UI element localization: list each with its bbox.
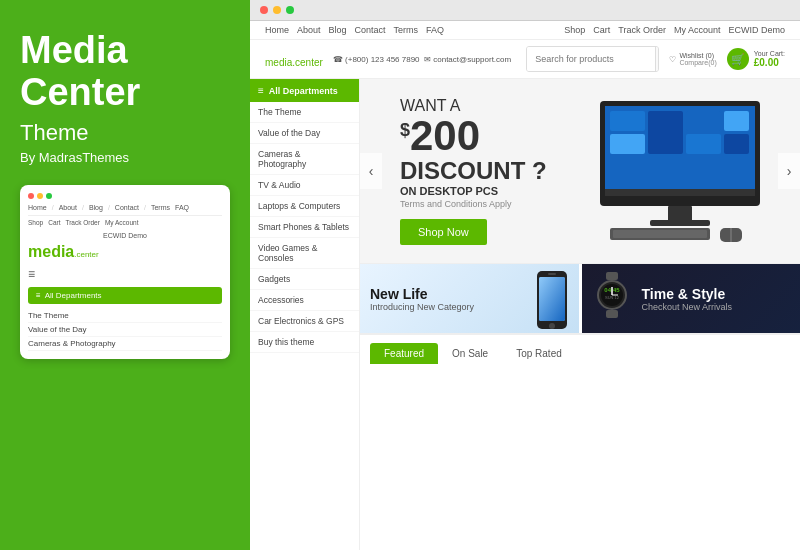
mobile-nav-home: Home	[28, 204, 47, 211]
dept-item-tv[interactable]: TV & Audio	[250, 175, 359, 196]
content-area: ‹ WANT A $200 DISCOUNT ? ON DESKTOP PCS …	[360, 79, 800, 550]
dept-item-value[interactable]: Value of the Day	[250, 123, 359, 144]
watch-svg: 04:45 SUN 12	[592, 270, 632, 320]
mobile-dept-item: Value of the Day	[28, 323, 222, 337]
browser-dot-green[interactable]	[286, 6, 294, 14]
dept-item-video-games[interactable]: Video Games & Consoles	[250, 238, 359, 269]
svg-rect-23	[606, 272, 618, 280]
svg-rect-22	[548, 273, 556, 275]
banner-time-style-title: Time & Style	[642, 286, 733, 302]
nav-shop[interactable]: Shop	[564, 25, 585, 35]
dept-item-the-theme[interactable]: The Theme	[250, 102, 359, 123]
cart-area[interactable]: 🛒 Your Cart: £0.00	[727, 48, 785, 70]
banner-time-style[interactable]: 04:45 SUN 12 Time & Style Checkout New A…	[582, 264, 801, 333]
browser-dot-red[interactable]	[260, 6, 268, 14]
svg-rect-10	[610, 158, 750, 190]
svg-rect-15	[613, 230, 707, 238]
slider-amount: $200	[400, 115, 560, 157]
nav-terms[interactable]: Terms	[394, 25, 419, 35]
browser-chrome	[250, 0, 800, 21]
search-input[interactable]	[527, 47, 655, 71]
menu-icon: ≡	[258, 85, 264, 96]
mobile-nav-about: About	[59, 204, 77, 211]
nav-ecwid-demo[interactable]: ECWID Demo	[728, 25, 785, 35]
mobile-preview: Home / About / Blog / Contact / Terms FA…	[20, 185, 230, 359]
banner-watch-image: 04:45 SUN 12	[592, 270, 632, 327]
svg-rect-9	[724, 134, 749, 154]
cart-icon: 🛒	[727, 48, 749, 70]
nav-contact[interactable]: Contact	[355, 25, 386, 35]
slider-on-desktop: ON DESKTOP PCS	[400, 185, 560, 197]
hero-slider: ‹ WANT A $200 DISCOUNT ? ON DESKTOP PCS …	[360, 79, 800, 264]
slider-prev-button[interactable]: ‹	[360, 153, 382, 189]
svg-rect-7	[686, 134, 721, 154]
svg-point-21	[549, 323, 555, 329]
svg-rect-13	[650, 220, 710, 226]
slider-dollar: $	[400, 121, 410, 139]
dept-item-car[interactable]: Car Electronics & GPS	[250, 311, 359, 332]
banner-right-text: Time & Style Checkout New Arrivals	[642, 286, 733, 312]
site-main: ≡ All Departments The Theme Value of the…	[250, 79, 800, 550]
banner-new-life[interactable]: New Life Introducing New Category	[360, 264, 582, 333]
theme-subtitle: Theme	[20, 120, 230, 146]
svg-rect-11	[605, 189, 755, 196]
theme-author: By MadrasThemes	[20, 150, 230, 165]
theme-title: Media Center	[20, 30, 230, 114]
tab-on-sale[interactable]: On Sale	[438, 343, 502, 364]
slider-image	[580, 94, 780, 249]
slider-text: WANT A $200 DISCOUNT ? ON DESKTOP PCS Te…	[400, 97, 560, 245]
dept-header[interactable]: ≡ All Departments	[250, 79, 359, 102]
nav-faq[interactable]: FAQ	[426, 25, 444, 35]
wishlist-icon: ♡	[669, 55, 676, 64]
desktop-computer-svg	[580, 96, 780, 246]
dept-item-laptops[interactable]: Laptops & Computers	[250, 196, 359, 217]
tab-featured[interactable]: Featured	[370, 343, 438, 364]
dept-item-accessories[interactable]: Accessories	[250, 290, 359, 311]
mobile-nav-faq: FAQ	[175, 204, 189, 211]
banner-new-life-subtitle: Introducing New Category	[370, 302, 474, 312]
dept-item-gadgets[interactable]: Gadgets	[250, 269, 359, 290]
svg-rect-5	[648, 111, 683, 154]
main-content: Home About Blog Contact Terms FAQ Shop C…	[250, 0, 800, 550]
mobile-nav-contact: Contact	[115, 204, 139, 211]
tab-top-rated[interactable]: Top Rated	[502, 343, 576, 364]
svg-rect-4	[610, 134, 645, 154]
wishlist-area: ♡ Wishlist (0)Compare(0)	[669, 52, 716, 66]
svg-rect-3	[610, 111, 645, 131]
nav-blog[interactable]: Blog	[329, 25, 347, 35]
svg-rect-24	[606, 310, 618, 318]
nav-my-account[interactable]: My Account	[674, 25, 721, 35]
banner-left-text: New Life Introducing New Category	[370, 286, 474, 312]
cart-label-area: Your Cart: £0.00	[754, 50, 785, 68]
search-category-select[interactable]: All Categories	[655, 47, 659, 71]
mobile-dept-button[interactable]: ≡ All Departments	[28, 287, 222, 304]
cart-amount: £0.00	[754, 57, 785, 68]
nav-track-order[interactable]: Track Order	[618, 25, 666, 35]
mobile-dept-item: Cameras & Photography	[28, 337, 222, 351]
nav-home[interactable]: Home	[265, 25, 289, 35]
slider-content: WANT A $200 DISCOUNT ? ON DESKTOP PCS Te…	[360, 79, 800, 264]
shop-now-button[interactable]: Shop Now	[400, 219, 487, 245]
mobile-dot-green	[46, 193, 52, 199]
phone-svg	[529, 269, 582, 333]
tabs-row: Featured On Sale Top Rated	[360, 334, 800, 364]
dept-item-cameras[interactable]: Cameras & Photography	[250, 144, 359, 175]
top-bar-right: Shop Cart Track Order My Account ECWID D…	[564, 25, 785, 35]
mobile-nav-blog: Blog	[89, 204, 103, 211]
dept-item-buy-theme[interactable]: Buy this theme	[250, 332, 359, 353]
nav-about[interactable]: About	[297, 25, 321, 35]
top-bar: Home About Blog Contact Terms FAQ Shop C…	[250, 21, 800, 40]
mobile-dot-yellow	[37, 193, 43, 199]
nav-cart[interactable]: Cart	[593, 25, 610, 35]
svg-rect-12	[668, 206, 692, 221]
svg-rect-6	[686, 111, 721, 131]
left-panel: Media Center Theme By MadrasThemes Home …	[0, 0, 250, 550]
site-header: media.center ☎ (+800) 123 456 7890 ✉ con…	[250, 40, 800, 79]
dept-item-smartphones[interactable]: Smart Phones & Tablets	[250, 217, 359, 238]
slider-next-button[interactable]: ›	[778, 153, 800, 189]
phone-number: ☎ (+800) 123 456 7890 ✉ contact@support.…	[333, 55, 511, 64]
mobile-nav-bar: Home / About / Blog / Contact / Terms FA…	[28, 204, 222, 216]
mobile-dept-item: The Theme	[28, 309, 222, 323]
svg-rect-20	[539, 277, 565, 321]
browser-dot-yellow[interactable]	[273, 6, 281, 14]
